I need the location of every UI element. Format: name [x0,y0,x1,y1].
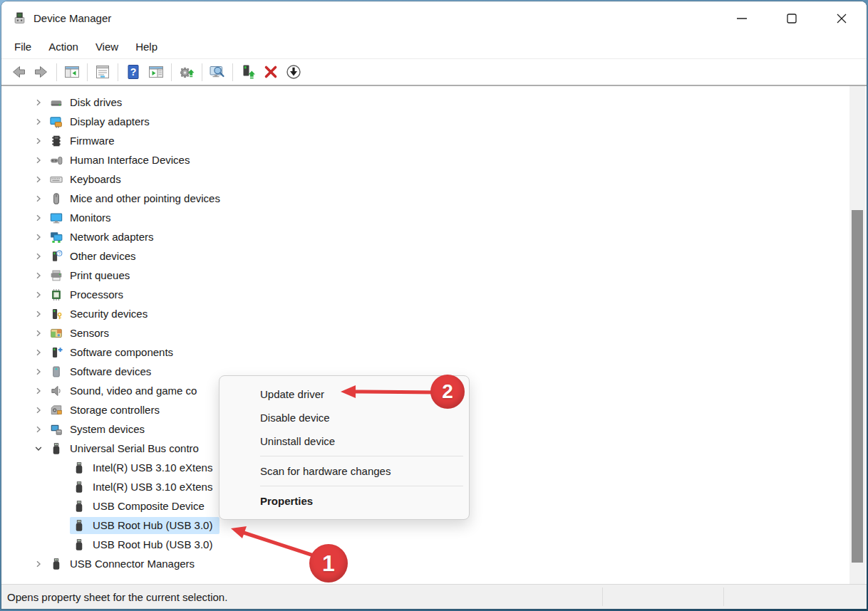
tree-item-processors[interactable]: Processors [1,285,867,304]
tree-item-usb-root-hub-usb-3-0[interactable]: USB Root Hub (USB 3.0) [1,535,867,554]
tree-item-mice-and-other-pointing-devices[interactable]: Mice and other pointing devices [1,189,867,208]
software-devices-icon [50,365,63,378]
sensors-icon [50,327,63,340]
tree-item-security-devices[interactable]: Security devices [1,304,867,323]
disable-device-icon [285,63,302,80]
minimize-button[interactable] [717,1,767,35]
chevron-right-icon[interactable] [33,558,44,570]
row-content: Software components [47,344,180,361]
help-button[interactable]: ? [122,61,145,83]
chevron-right-icon[interactable] [33,231,44,243]
chevron-down-icon[interactable] [33,443,44,454]
tree-item-label: USB Root Hub (USB 3.0) [93,519,212,531]
update-device-driver-icon [239,63,257,80]
tree-item-label: Software components [70,346,173,358]
tree-item-network-adapters[interactable]: Network adapters [1,227,867,246]
back-button[interactable] [7,61,30,83]
scrollbar-thumb[interactable] [852,210,863,563]
usb-icon [50,442,63,455]
usb-device-icon [73,481,86,494]
toolbar: ? [1,59,867,86]
help-icon: ? [125,63,142,80]
usb-device-icon [73,461,86,474]
update-device-driver-button[interactable] [237,61,259,83]
chevron-right-icon[interactable] [33,308,44,320]
monitors-icon [50,212,63,224]
tree-item-label: System devices [70,423,145,435]
tree-item-monitors[interactable]: Monitors [1,208,867,227]
show-console-tree-icon [63,63,81,80]
chevron-right-icon[interactable] [33,385,44,397]
chevron-right-icon[interactable] [33,328,44,339]
context-menu-separator [260,486,463,486]
chevron-right-icon[interactable] [33,366,44,377]
tree-item-display-adapters[interactable]: Display adapters [1,112,867,131]
forward-icon [33,63,50,80]
tree-item-print-queues[interactable]: Print queues [1,266,867,285]
row-content: Mice and other pointing devices [47,190,227,207]
annotation-badge-2: 2 [430,375,465,409]
context-menu-item-scan-for-hardware-changes[interactable]: Scan for hardware changes [219,459,469,483]
row-content: System devices [47,421,152,438]
row-content: Storage controllers [47,402,167,419]
chevron-right-icon[interactable] [33,270,44,281]
window-title: Device Manager [33,12,111,24]
chevron-right-icon[interactable] [33,212,44,224]
tree-item-firmware[interactable]: Firmware [1,131,867,150]
maximize-button[interactable] [767,1,817,35]
tree-item-keyboards[interactable]: Keyboards [1,169,867,189]
disable-device-button[interactable] [282,61,305,83]
tree-item-sensors[interactable]: Sensors [1,323,867,343]
chevron-right-icon[interactable] [33,174,44,185]
tree-item-label: Mice and other pointing devices [70,192,220,204]
tree-item-label: Software devices [70,365,151,377]
status-divider [723,588,724,606]
chevron-right-icon[interactable] [33,97,44,108]
title-bar: Device Manager [1,1,867,35]
menu-file[interactable]: File [14,41,31,53]
context-menu-item-disable-device[interactable]: Disable device [219,406,469,429]
tree-item-software-components[interactable]: Software components [1,343,867,362]
network-adapters-icon [50,231,63,244]
chevron-right-icon[interactable] [33,289,44,301]
properties-button[interactable] [91,61,114,83]
vertical-scrollbar[interactable] [849,86,865,584]
chevron-right-icon[interactable] [33,155,44,166]
tree-item-disk-drives[interactable]: Disk drives [1,93,867,112]
chevron-right-icon[interactable] [33,424,44,435]
show-action-pane-button[interactable] [145,61,167,83]
tree-item-usb-connector-managers[interactable]: USB Connector Managers [1,554,867,573]
chevron-right-icon[interactable] [33,404,44,416]
menu-view[interactable]: View [95,41,118,53]
uninstall-device-button[interactable] [259,61,282,83]
chevron-right-icon[interactable] [33,193,44,204]
toolbar-separator [87,63,88,81]
chevron-right-icon[interactable] [33,116,44,127]
menu-help[interactable]: Help [135,41,157,53]
row-content: USB Root Hub (USB 3.0) [70,536,219,553]
forward-button[interactable] [30,61,53,83]
chevron-right-icon[interactable] [33,347,44,358]
storage-controllers-icon [50,404,63,417]
tree-item-other-devices[interactable]: ?Other devices [1,246,867,266]
close-button[interactable] [817,1,867,35]
row-content: Intel(R) USB 3.10 eXtens [70,479,219,496]
row-content: Software devices [47,363,158,380]
device-manager-app-icon [13,11,26,25]
context-menu-item-uninstall-device[interactable]: Uninstall device [219,429,469,453]
row-content: Network adapters [47,229,161,246]
update-driver-software-button[interactable] [175,61,198,83]
chevron-right-icon[interactable] [33,251,44,262]
row-content: ?Other devices [47,248,143,265]
usb-device-icon [73,538,86,551]
tree-item-label: USB Composite Device [93,500,205,512]
context-menu-item-properties[interactable]: Properties [219,489,469,513]
tree-item-human-interface-devices[interactable]: Human Interface Devices [1,150,867,169]
row-content: Processors [47,286,130,303]
chevron-right-icon[interactable] [33,135,44,147]
show-console-tree-button[interactable] [61,61,83,83]
context-menu-item-label: Update driver [260,388,324,400]
scan-hardware-changes-button[interactable] [206,61,229,83]
tree-item-label: USB Root Hub (USB 3.0) [93,538,212,550]
menu-action[interactable]: Action [48,41,78,53]
